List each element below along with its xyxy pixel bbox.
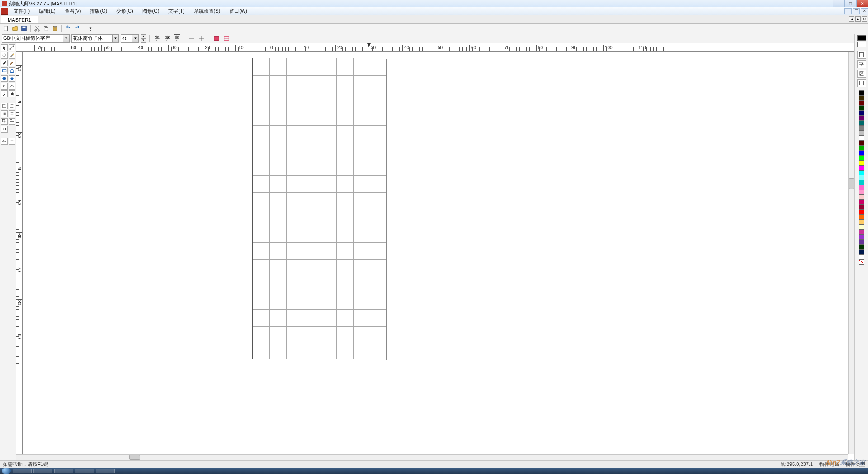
tool-ungroup[interactable] (9, 118, 15, 125)
color-swatch[interactable] (859, 255, 864, 260)
no-fill-swatch[interactable] (859, 260, 864, 265)
tool-dist-h[interactable] (1, 110, 8, 117)
tool-align-l[interactable] (1, 103, 8, 109)
minimize-button[interactable]: ─ (833, 0, 844, 7)
menu-window[interactable]: 窗口(W) (225, 8, 252, 14)
color-swatch[interactable] (859, 150, 864, 155)
color-swatch[interactable] (859, 90, 864, 95)
color-swatch[interactable] (859, 100, 864, 105)
tool-cut-h[interactable] (1, 138, 8, 145)
tool-dist-v[interactable] (9, 110, 15, 117)
tab-prev[interactable]: ◄ (849, 16, 854, 22)
color-swatch[interactable] (859, 165, 864, 170)
menu-file[interactable]: 文件(F) (9, 8, 34, 14)
open-button[interactable] (11, 24, 19, 33)
color-swatch[interactable] (859, 135, 864, 140)
tool-flip[interactable] (1, 126, 8, 133)
menu-layout[interactable]: 排版(O) (85, 8, 112, 14)
mdi-system-icon[interactable] (1, 8, 8, 15)
tool-rect[interactable] (1, 67, 8, 74)
tool-cut-v[interactable] (9, 138, 15, 145)
box-style-2[interactable] (222, 34, 231, 43)
tab-close[interactable]: ✕ (862, 16, 867, 22)
tool-eyedrop[interactable] (1, 90, 8, 97)
color-swatch[interactable] (859, 110, 864, 115)
tool-text[interactable]: A (1, 83, 8, 90)
tool-path-text[interactable]: A (9, 83, 15, 90)
mdi-close[interactable]: ✕ (861, 8, 868, 14)
tool-star[interactable] (9, 75, 15, 82)
color-swatch[interactable] (859, 95, 864, 100)
tool-node-edit[interactable] (9, 44, 15, 51)
color-swatch[interactable] (859, 175, 864, 180)
color-swatch[interactable] (859, 190, 864, 195)
menu-shape[interactable]: 图形(G) (138, 8, 164, 14)
color-swatch[interactable] (859, 155, 864, 160)
tool-magic-wand[interactable] (9, 52, 15, 59)
taskbar-item[interactable] (54, 469, 73, 473)
font-size-combo[interactable]: 40 ▼ (121, 34, 139, 43)
stroke-indicator[interactable] (857, 35, 866, 41)
color-swatch[interactable] (859, 225, 864, 230)
font-size-spinner[interactable]: ▲▼ (141, 34, 146, 43)
tab-next[interactable]: ► (855, 16, 861, 22)
color-swatch[interactable] (859, 205, 864, 210)
taskbar-item[interactable] (96, 469, 115, 473)
color-swatch[interactable] (859, 145, 864, 150)
color-swatch[interactable] (859, 230, 864, 235)
document-tab[interactable]: MASTER1 (1, 16, 38, 23)
box-style-1[interactable] (212, 34, 221, 43)
close-button[interactable]: ✕ (856, 0, 868, 7)
redo-button[interactable] (73, 24, 81, 33)
copy-button[interactable] (42, 24, 50, 33)
mdi-minimize[interactable]: ─ (844, 8, 852, 14)
taskbar-item[interactable] (75, 469, 94, 473)
color-swatch[interactable] (859, 240, 864, 245)
tool-pointer[interactable] (1, 44, 8, 51)
help-button[interactable] (86, 24, 94, 33)
color-swatch[interactable] (859, 210, 864, 215)
tool-brush[interactable] (9, 60, 15, 66)
tool-ellipse[interactable] (1, 75, 8, 82)
color-swatch[interactable] (859, 130, 864, 135)
color-swatch[interactable] (859, 180, 864, 185)
undo-button[interactable] (64, 24, 72, 33)
color-swatch[interactable] (859, 120, 864, 125)
scrollbar-thumb[interactable] (849, 178, 854, 189)
right-tool-3[interactable] (857, 79, 866, 87)
taskbar-item[interactable] (13, 469, 32, 473)
font-library-combo[interactable]: GB中文国标简体字库 ▼ (2, 34, 70, 43)
color-swatch[interactable] (859, 160, 864, 165)
paste-button[interactable] (51, 24, 59, 33)
tool-align-r[interactable] (9, 103, 15, 109)
color-swatch[interactable] (859, 215, 864, 220)
right-tool-2[interactable]: 区 (857, 70, 866, 78)
color-swatch[interactable] (859, 125, 864, 130)
page-grid-object[interactable] (252, 58, 386, 359)
color-swatch[interactable] (859, 105, 864, 110)
color-swatch[interactable] (859, 140, 864, 145)
start-button[interactable] (2, 468, 11, 474)
grid-style-2[interactable] (198, 34, 206, 43)
tool-group[interactable] (1, 118, 8, 125)
text-style-3[interactable]: 字 (173, 34, 181, 43)
taskbar[interactable] (0, 468, 868, 474)
fill-indicator[interactable] (857, 42, 866, 47)
color-swatch[interactable] (859, 245, 864, 250)
horizontal-ruler[interactable]: -70-60-50-40-30-20-100102030405060708090… (16, 43, 854, 52)
save-button[interactable] (20, 24, 28, 33)
mdi-restore[interactable]: ❐ (853, 8, 860, 14)
maximize-button[interactable]: □ (844, 0, 856, 7)
tool-fill[interactable] (9, 90, 15, 97)
scrollbar-thumb[interactable] (129, 455, 140, 460)
vertical-ruler[interactable]: 102030405060708090 (16, 52, 23, 454)
menu-view[interactable]: 查看(V) (60, 8, 86, 14)
text-style-2[interactable]: 字 (163, 34, 171, 43)
color-swatch[interactable] (859, 200, 864, 205)
tool-poly[interactable] (9, 67, 15, 74)
menu-edit[interactable]: 编辑(E) (34, 8, 60, 14)
menu-transform[interactable]: 变形(C) (112, 8, 137, 14)
new-button[interactable] (2, 24, 10, 33)
menu-text[interactable]: 文字(T) (164, 8, 189, 14)
color-swatch[interactable] (859, 235, 864, 240)
